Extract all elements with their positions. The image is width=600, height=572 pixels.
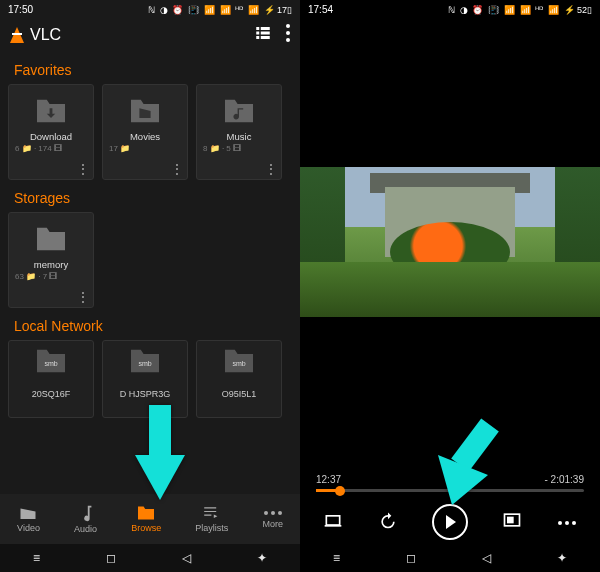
tile-menu-button[interactable]: ⋮: [265, 167, 277, 171]
tile-sub: 63 📁 · 7 🎞: [13, 272, 89, 281]
svg-point-16: [558, 521, 562, 525]
svg-rect-2: [256, 32, 259, 35]
back-button[interactable]: ◁: [182, 551, 191, 565]
vibrate-icon: 📳: [188, 5, 199, 15]
svg-point-11: [278, 511, 282, 515]
time-elapsed: 12:37: [316, 474, 341, 485]
folder-smb-icon: smb: [34, 347, 68, 379]
svg-point-9: [264, 511, 268, 515]
tile-menu-button[interactable]: ⋮: [77, 295, 89, 299]
nav-video[interactable]: Video: [17, 505, 40, 533]
tile-label: D HJSPR3G: [120, 389, 171, 399]
system-nav: ≡ ◻ ◁ ✦: [300, 544, 600, 572]
home-button[interactable]: ◻: [106, 551, 116, 565]
tile-label: memory: [13, 259, 89, 270]
lock-rotation-button[interactable]: [323, 511, 343, 533]
bottom-nav: Video Audio Browse Playlists More: [0, 494, 300, 544]
svg-rect-5: [261, 36, 270, 39]
lan-tile[interactable]: smb 20SQ16F: [8, 340, 94, 418]
scene-grass: [300, 262, 600, 317]
vlc-cone-icon: [10, 27, 24, 43]
lan-tile[interactable]: smb D HJSPR3G: [102, 340, 188, 418]
folder-download-icon: [34, 97, 68, 125]
local-network-row: smb 20SQ16F smb D HJSPR3G smb O95I5L1: [0, 340, 300, 426]
favorite-tile-movies[interactable]: Movies 17 📁 ⋮: [102, 84, 188, 180]
nav-audio[interactable]: Audio: [74, 504, 97, 534]
signal2-icon: 📶: [248, 5, 259, 15]
nav-more[interactable]: More: [262, 509, 283, 529]
section-storages: Storages: [0, 180, 300, 212]
battery-icon: ⚡17▯: [264, 5, 292, 15]
storage-tile-memory[interactable]: memory 63 📁 · 7 🎞 ⋮: [8, 212, 94, 308]
signal-icon: 📶: [520, 5, 531, 15]
tile-menu-button[interactable]: ⋮: [77, 167, 89, 171]
status-time: 17:50: [8, 4, 33, 15]
dnd-icon: ◑: [160, 5, 168, 15]
svg-point-17: [565, 521, 569, 525]
nav-playlists[interactable]: Playlists: [195, 505, 228, 533]
accessibility-button[interactable]: ✦: [557, 551, 567, 565]
tile-label: Music: [201, 131, 277, 142]
nfc-icon: ℕ: [148, 5, 155, 15]
tile-menu-button[interactable]: ⋮: [171, 167, 183, 171]
folder-movies-icon: [128, 97, 162, 125]
more-options-button[interactable]: [557, 513, 577, 531]
app-title: VLC: [30, 26, 61, 44]
svg-rect-13: [325, 525, 342, 527]
signal-icon: 📶: [220, 5, 231, 15]
vlc-browse-screen: 17:50 ℕ ◑ ⏰ 📳 📶 📶 ᴴᴰ 📶 ⚡17▯ VLC Favorite: [0, 0, 300, 572]
view-list-button[interactable]: [254, 24, 272, 46]
system-nav: ≡ ◻ ◁ ✦: [0, 544, 300, 572]
accessibility-button[interactable]: ✦: [257, 551, 267, 565]
nfc-icon: ℕ: [448, 5, 455, 15]
status-time: 17:54: [308, 4, 333, 15]
tile-label: Movies: [107, 131, 183, 142]
section-local-network: Local Network: [0, 308, 300, 340]
app-header: VLC: [0, 18, 300, 52]
video-frame: [300, 167, 600, 317]
svg-rect-3: [261, 32, 270, 35]
favorite-tile-download[interactable]: Download 6 📁 · 174 🎞 ⋮: [8, 84, 94, 180]
recents-button[interactable]: ≡: [33, 551, 40, 565]
alarm-icon: ⏰: [472, 5, 483, 15]
repeat-button[interactable]: [378, 510, 398, 534]
play-button[interactable]: [432, 504, 468, 540]
dnd-icon: ◑: [460, 5, 468, 15]
tile-label: 20SQ16F: [32, 389, 71, 399]
overflow-menu-button[interactable]: [286, 24, 290, 46]
home-button[interactable]: ◻: [406, 551, 416, 565]
aspect-ratio-button[interactable]: [502, 511, 522, 533]
storages-row: memory 63 📁 · 7 🎞 ⋮: [0, 212, 300, 308]
wifi-icon: 📶: [504, 5, 515, 15]
svg-point-6: [286, 24, 290, 28]
svg-point-8: [286, 38, 290, 42]
seek-bar[interactable]: [316, 489, 584, 492]
svg-point-7: [286, 31, 290, 35]
volte-icon: ᴴᴰ: [235, 5, 243, 15]
scrubber: 12:37 - 2:01:39: [300, 466, 600, 496]
volte-icon: ᴴᴰ: [535, 5, 543, 15]
lan-tile[interactable]: smb O95I5L1: [196, 340, 282, 418]
wifi-icon: 📶: [204, 5, 215, 15]
recents-button[interactable]: ≡: [333, 551, 340, 565]
folder-smb-icon: smb: [128, 347, 162, 379]
svg-rect-1: [261, 27, 270, 30]
alarm-icon: ⏰: [172, 5, 183, 15]
nav-browse[interactable]: Browse: [131, 505, 161, 533]
back-button[interactable]: ◁: [482, 551, 491, 565]
svg-point-10: [271, 511, 275, 515]
vibrate-icon: 📳: [488, 5, 499, 15]
svg-rect-4: [256, 36, 259, 39]
tile-sub: 8 📁 · 5 🎞: [201, 144, 277, 153]
favorite-tile-music[interactable]: Music 8 📁 · 5 🎞 ⋮: [196, 84, 282, 180]
seek-thumb[interactable]: [335, 486, 345, 496]
favorites-row: Download 6 📁 · 174 🎞 ⋮ Movies 17 📁 ⋮ Mus…: [0, 84, 300, 180]
player-controls: [300, 496, 600, 544]
video-surface[interactable]: [300, 18, 600, 466]
folder-music-icon: [222, 97, 256, 125]
svg-rect-12: [327, 516, 340, 525]
time-remaining: - 2:01:39: [545, 474, 584, 485]
app-brand: VLC: [10, 26, 61, 44]
play-icon: [446, 515, 456, 529]
tile-sub: 17 📁: [107, 144, 183, 153]
